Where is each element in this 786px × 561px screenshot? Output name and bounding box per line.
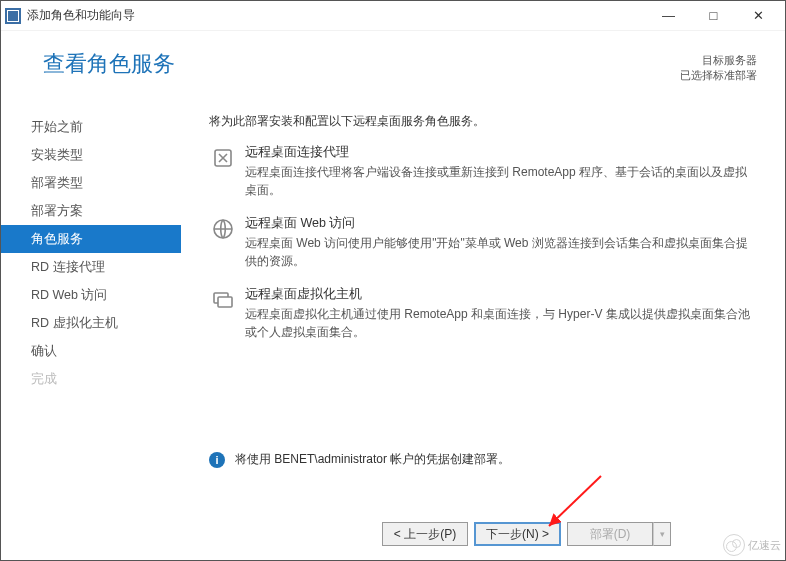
service-rd-virtualization-host: 远程桌面虚拟化主机 远程桌面虚拟化主机通过使用 RemoteApp 和桌面连接，… (209, 286, 757, 341)
close-button[interactable]: ✕ (736, 2, 781, 30)
sidebar-item-before-you-begin[interactable]: 开始之前 (1, 113, 181, 141)
previous-button[interactable]: < 上一步(P) (382, 522, 468, 546)
wizard-sidebar: 开始之前 安装类型 部署类型 部署方案 角色服务 RD 连接代理 RD Web … (1, 87, 181, 517)
watermark: 亿速云 (723, 534, 781, 556)
sidebar-item-deployment-type[interactable]: 部署类型 (1, 169, 181, 197)
service-title: 远程桌面 Web 访问 (245, 215, 757, 232)
service-text: 远程桌面连接代理 远程桌面连接代理将客户端设备连接或重新连接到 RemoteAp… (245, 144, 757, 199)
header-target-info: 目标服务器 已选择标准部署 (680, 49, 757, 83)
sidebar-item-rd-virtualization-host[interactable]: RD 虚拟化主机 (1, 309, 181, 337)
virtualization-host-icon (209, 286, 237, 314)
sidebar-item-deployment-scenario[interactable]: 部署方案 (1, 197, 181, 225)
watermark-text: 亿速云 (748, 538, 781, 553)
app-icon (5, 8, 21, 24)
connection-broker-icon (209, 144, 237, 172)
service-text: 远程桌面 Web 访问 远程桌面 Web 访问使用户能够使用"开始"菜单或 We… (245, 215, 757, 270)
service-desc: 远程桌面 Web 访问使用户能够使用"开始"菜单或 Web 浏览器连接到会话集合… (245, 234, 757, 270)
service-rd-connection-broker: 远程桌面连接代理 远程桌面连接代理将客户端设备连接或重新连接到 RemoteAp… (209, 144, 757, 199)
window-title: 添加角色和功能向导 (27, 7, 646, 24)
maximize-button[interactable]: □ (691, 2, 736, 30)
sidebar-item-installation-type[interactable]: 安装类型 (1, 141, 181, 169)
wizard-header: 查看角色服务 目标服务器 已选择标准部署 (1, 31, 785, 87)
intro-text: 将为此部署安装和配置以下远程桌面服务角色服务。 (209, 113, 757, 130)
sidebar-item-rd-web-access[interactable]: RD Web 访问 (1, 281, 181, 309)
service-desc: 远程桌面虚拟化主机通过使用 RemoteApp 和桌面连接，与 Hyper-V … (245, 305, 757, 341)
deploy-dropdown-arrow: ▾ (653, 522, 671, 546)
minimize-button[interactable]: — (646, 2, 691, 30)
service-text: 远程桌面虚拟化主机 远程桌面虚拟化主机通过使用 RemoteApp 和桌面连接，… (245, 286, 757, 341)
deploy-button-group: 部署(D) ▾ (567, 522, 671, 546)
info-line: i 将使用 BENET\administrator 帐户的凭据创建部署。 (209, 451, 757, 468)
wizard-content: 将为此部署安装和配置以下远程桌面服务角色服务。 远程桌面连接代理 远程桌面连接代… (181, 87, 785, 517)
window-controls: — □ ✕ (646, 2, 781, 30)
sidebar-item-rd-connection-broker[interactable]: RD 连接代理 (1, 253, 181, 281)
page-title: 查看角色服务 (43, 49, 680, 83)
service-title: 远程桌面虚拟化主机 (245, 286, 757, 303)
wizard-body: 开始之前 安装类型 部署类型 部署方案 角色服务 RD 连接代理 RD Web … (1, 87, 785, 517)
target-label: 目标服务器 (680, 53, 757, 68)
web-access-icon (209, 215, 237, 243)
watermark-logo-icon (723, 534, 745, 556)
wizard-footer: < 上一步(P) 下一步(N) > 部署(D) ▾ 取消 (382, 522, 763, 546)
svg-rect-3 (218, 297, 232, 307)
sidebar-item-confirmation[interactable]: 确认 (1, 337, 181, 365)
deploy-button: 部署(D) (567, 522, 653, 546)
service-title: 远程桌面连接代理 (245, 144, 757, 161)
target-value: 已选择标准部署 (680, 68, 757, 83)
next-button[interactable]: 下一步(N) > (474, 522, 561, 546)
sidebar-item-completion: 完成 (1, 365, 181, 393)
info-text: 将使用 BENET\administrator 帐户的凭据创建部署。 (235, 451, 510, 468)
service-rd-web-access: 远程桌面 Web 访问 远程桌面 Web 访问使用户能够使用"开始"菜单或 We… (209, 215, 757, 270)
info-icon: i (209, 452, 225, 468)
service-desc: 远程桌面连接代理将客户端设备连接或重新连接到 RemoteApp 程序、基于会话… (245, 163, 757, 199)
sidebar-item-role-services[interactable]: 角色服务 (1, 225, 181, 253)
window-titlebar: 添加角色和功能向导 — □ ✕ (1, 1, 785, 31)
